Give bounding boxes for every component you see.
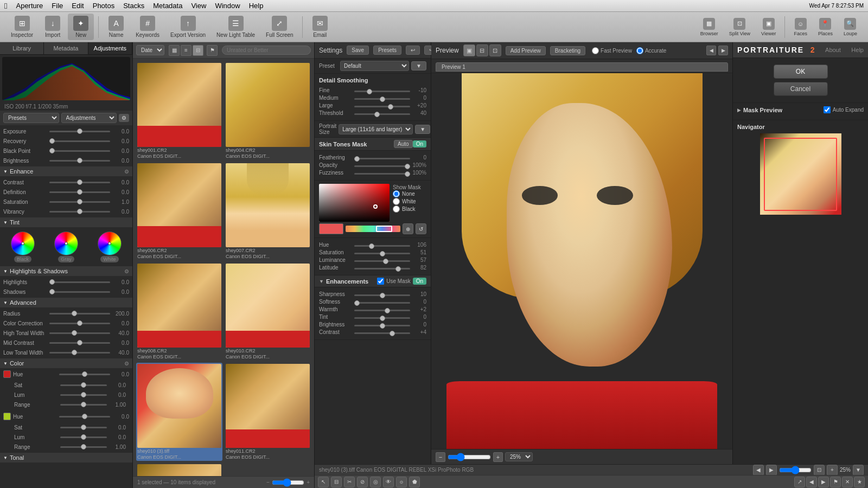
lum-slider-2[interactable] [60, 436, 107, 438]
saturation-slider[interactable] [354, 253, 410, 254]
new-button[interactable]: ✦ New [68, 14, 94, 40]
adjustments-select[interactable]: Adjustments [61, 113, 117, 123]
export-version-button[interactable]: ↑ Export Version [166, 14, 210, 40]
flag-button[interactable]: ⚑ [207, 45, 218, 56]
ok-button[interactable]: OK [774, 65, 828, 79]
zoom-in-btn[interactable]: + [827, 465, 838, 476]
list-item[interactable]: shey007.CR2 Canon EOS DIGIT... [225, 162, 311, 260]
thumbnail-size-slider[interactable] [272, 478, 304, 487]
places-button[interactable]: 📍 Places [814, 16, 837, 38]
split-view-button[interactable]: ⊡ Split View [725, 16, 755, 38]
medium-slider[interactable] [354, 98, 410, 100]
lum-slider-1[interactable] [60, 394, 107, 396]
tint-enh-slider[interactable] [354, 317, 410, 319]
name-button[interactable]: A Name [103, 14, 129, 40]
mid-contrast-slider[interactable] [49, 342, 110, 344]
menu-view[interactable]: View [191, 2, 206, 10]
tool-lasso[interactable]: ⌾ [396, 477, 407, 487]
zoom-dropdown-btn[interactable]: ▼ [853, 465, 864, 476]
menu-aperture[interactable]: Aperture [16, 2, 43, 10]
view-btn-grid[interactable]: ▦ [169, 45, 180, 56]
scrub-slider[interactable] [779, 466, 812, 474]
color-section-header[interactable]: ▼ Color ⚙ [0, 358, 132, 368]
zoom-percent-select[interactable]: 25% [505, 452, 533, 461]
cancel-button[interactable]: Cancel [774, 82, 828, 96]
portrait-size-menu-button[interactable]: ▼ [415, 125, 430, 134]
save-button[interactable]: Save [347, 46, 369, 55]
reject-btn[interactable]: ✕ [842, 477, 853, 487]
full-screen-button[interactable]: ⤢ Full Screen [261, 14, 298, 40]
hs-section-header[interactable]: ▼ Highlights & Shadows ⚙ [0, 266, 132, 276]
list-item[interactable]: shey011.CR2 Canon EOS DIGIT... [225, 363, 311, 461]
list-item[interactable]: shey006.CR2 Canon EOS DIGIT... [136, 162, 222, 260]
tool-compare[interactable]: ⊟ [331, 477, 342, 487]
hs-gear-icon[interactable]: ⚙ [124, 268, 129, 274]
enhancements-on-button[interactable]: On [413, 278, 426, 285]
presets-select[interactable]: Presets [3, 113, 59, 123]
gray-wheel[interactable] [54, 232, 78, 255]
sat-slider-1[interactable] [60, 384, 107, 386]
fast-preview-radio[interactable] [592, 47, 599, 54]
softness-slider[interactable] [354, 302, 410, 304]
view-btn-list[interactable]: ≡ [181, 45, 192, 56]
selected-color-swatch[interactable] [319, 223, 343, 234]
menu-file[interactable]: File [52, 2, 63, 10]
sat-slider-2[interactable] [60, 427, 107, 428]
hue-bar-secondary[interactable] [346, 226, 400, 232]
advanced-section-header[interactable]: ▼ Advanced [0, 298, 132, 307]
faces-button[interactable]: ☺ Faces [789, 16, 812, 38]
latitude-slider[interactable] [354, 268, 410, 269]
rate-btn[interactable]: ★ [854, 477, 865, 487]
color-gradient[interactable] [319, 184, 390, 222]
preview-tab-1[interactable]: Preview 1 [436, 62, 728, 72]
enhance-section-header[interactable]: ▼ Enhance ⚙ [0, 166, 132, 176]
definition-slider[interactable] [49, 191, 110, 193]
mask-black-radio[interactable] [393, 206, 400, 213]
tool-straighten[interactable]: ⊘ [357, 477, 368, 487]
preview-prev-button[interactable]: ◀ [706, 46, 716, 55]
tool-retouch[interactable]: ◎ [370, 477, 381, 487]
zoom-out-button[interactable]: − [436, 452, 445, 462]
color-gear-icon[interactable]: ⚙ [124, 361, 129, 367]
hue-slider[interactable] [354, 245, 410, 247]
tint-section-header[interactable]: ▼ Tint [0, 217, 132, 227]
tool-pointer[interactable]: ↖ [318, 477, 329, 487]
add-preview-button[interactable]: Add Preview [506, 46, 546, 55]
browser-view-button[interactable]: ▦ Browser [696, 16, 723, 38]
import-button[interactable]: ↓ Import [40, 14, 66, 40]
radius-slider[interactable] [49, 313, 110, 314]
preview-single-button[interactable]: ▣ [463, 44, 475, 56]
list-item[interactable]: shey010 (3).tiff Canon EOS DIGIT... [136, 363, 222, 461]
range-slider-1[interactable] [60, 404, 107, 406]
back-button[interactable]: ◀ [753, 465, 764, 476]
color-correction-slider[interactable] [49, 323, 110, 324]
black-point-slider[interactable] [49, 150, 110, 152]
gray-wheel-label[interactable]: Gray [58, 256, 74, 262]
menu-window[interactable]: Window [215, 2, 240, 10]
portrait-size-select[interactable]: Large (11x16 and larger) [339, 124, 413, 134]
preset-select[interactable]: Default [340, 61, 409, 71]
warmth-slider[interactable] [354, 310, 410, 311]
bracketing-button[interactable]: Bracketing [550, 46, 585, 55]
tab-adjustments[interactable]: Adjustments [88, 42, 132, 54]
search-input[interactable] [222, 46, 311, 55]
high-tonal-slider[interactable] [49, 332, 110, 334]
menu-stacks[interactable]: Stacks [123, 2, 144, 10]
about-link[interactable]: About [825, 47, 841, 53]
keywords-button[interactable]: # Keywords [131, 14, 164, 40]
inspector-button[interactable]: ⊞ Inspector [7, 14, 37, 40]
black-wheel-label[interactable]: Black [14, 256, 31, 262]
next-photo-btn[interactable]: ▶ [818, 477, 829, 487]
hue-slider-1[interactable] [59, 374, 110, 375]
saturation-slider[interactable] [49, 201, 110, 203]
preset-menu-button[interactable]: ▼ [411, 61, 426, 70]
mask-white-radio[interactable] [393, 198, 400, 205]
new-light-table-button[interactable]: ☰ New Light Table [212, 14, 259, 40]
tool-redeye[interactable]: 👁 [383, 477, 394, 487]
loupe-button[interactable]: 🔍 Loupe [839, 16, 861, 38]
zoom-out-icon[interactable]: − [266, 479, 270, 485]
opacity-slider[interactable] [354, 165, 410, 167]
flag-btn[interactable]: ⚑ [830, 477, 841, 487]
list-item[interactable]: shey010.CR2 Canon EOS DIGIT... [225, 262, 311, 361]
tab-library[interactable]: Library [0, 42, 44, 54]
